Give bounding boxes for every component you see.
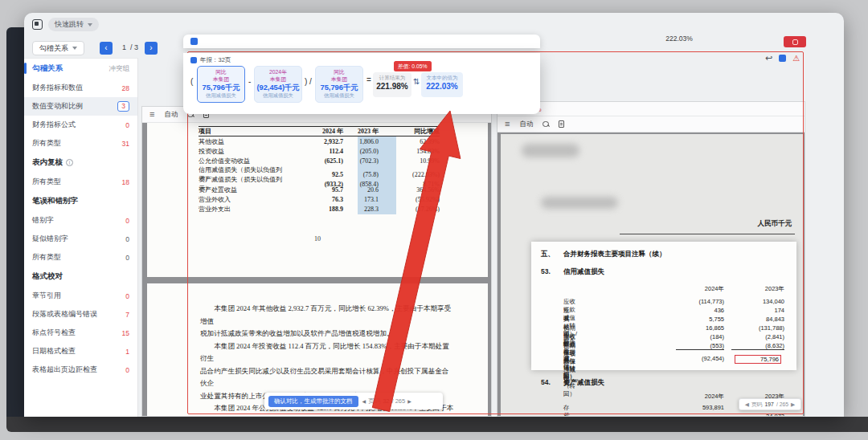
sidebar-section-relations[interactable]: 勾稽关系 冲突组 xyxy=(24,59,137,79)
next-page-icon[interactable]: ▶ xyxy=(407,398,411,404)
formula-term-3[interactable]: 同比 本集团 75,796千元 信用减值损失 xyxy=(315,66,363,103)
count-badge: 3 xyxy=(117,101,129,112)
page-icon[interactable] xyxy=(559,120,564,128)
income-items-table: 项目 2024 年 2023 年 同比增减 其他收益2,932.71,806.0… xyxy=(199,126,440,214)
count-badge: 0 xyxy=(125,292,129,300)
mid-bottom-overlay: 确认对比，生成带批注的文档 ◀ 页码 32 / 265 ▶ xyxy=(264,393,443,409)
relation-filter-dropdown[interactable]: 勾稽关系 xyxy=(32,41,84,55)
quick-jump-tab[interactable]: 快速跳转 xyxy=(48,18,99,31)
table-row: 公允价值变动收益(625.1)(702.3)10.99% xyxy=(199,156,440,165)
count-badge: 0 xyxy=(125,366,129,374)
sidebar-item-punctuation[interactable]: 标点符号检查15 xyxy=(24,324,137,342)
sidebar-item-all-types-3[interactable]: 所有类型0 xyxy=(24,248,137,267)
sidebar-item-typo[interactable]: 错别字0 xyxy=(24,211,137,230)
doc-line: 品合约产生损失同比减少以及衍生品交易采用套期会计核算，中兴创投下属基金合伙企 xyxy=(200,365,454,390)
outline-icon[interactable]: ≡ xyxy=(149,110,154,119)
section-title: 表内复核 xyxy=(32,157,63,168)
report-doc-icon xyxy=(190,57,197,63)
mid-doc-viewer: 项目 2024 年 2023 年 同比增减 其他收益2,932.71,806.0… xyxy=(142,123,491,416)
sidebar-item-table-margin[interactable]: 表格超出页边距检查0 xyxy=(24,361,137,379)
divide-op: / xyxy=(309,77,312,86)
count-badge: 7 xyxy=(125,311,129,319)
conflict-group-label: 冲突组 xyxy=(109,64,130,74)
current-page: 32 xyxy=(383,397,389,405)
verified-value-box[interactable]: 75,796 xyxy=(735,355,781,364)
divider-line xyxy=(620,234,795,234)
source-page-label: 年报：32页 xyxy=(200,56,231,64)
popup-source-row: 年报：32页 xyxy=(190,56,231,64)
next-page-icon[interactable]: ▶ xyxy=(791,401,795,408)
sidebar-item-chapter-ref[interactable]: 章节引用0 xyxy=(24,287,137,305)
sidebar-item-date-format[interactable]: 日期格式检查1 xyxy=(24,342,137,361)
table-row: 资产处置收益95.720.6364.56% xyxy=(199,185,440,194)
matched-region-card: 五、合并财务报表主要项目注释（续） 53.信用减值损失 2024年 2023年 … xyxy=(531,242,796,370)
sidebar-item-fin-indicators[interactable]: 财务指标和数值28 xyxy=(24,79,137,97)
auto-mode-label[interactable]: 自动 xyxy=(519,120,533,129)
sidebar-item-all-types-2[interactable]: 所有类型18 xyxy=(24,173,137,191)
table-row: 其他收益2,932.71,806.062.39% xyxy=(199,136,440,146)
count-badge: 18 xyxy=(122,178,129,186)
prev-page-icon[interactable]: ◀ xyxy=(745,401,749,408)
next-conflict-button[interactable]: › xyxy=(145,42,158,55)
redacted-blur xyxy=(541,197,618,209)
outline-icon[interactable]: ≡ xyxy=(505,120,510,128)
right-pager: ◀ 页码 197 / 265 ▶ xyxy=(739,398,801,410)
equals-op: = xyxy=(366,75,371,84)
count-badge: 15 xyxy=(122,329,129,337)
th-yoy: 同比增减 xyxy=(379,127,440,136)
sidebar-item-fin-formula[interactable]: 财务指标公式0 xyxy=(24,116,137,134)
section-5-heading: 五、合并财务报表主要项目注释（续） xyxy=(541,250,666,259)
table-row: 营业外支出188.9228.3(17.26%) xyxy=(199,204,440,214)
th-2023: 2023 年 xyxy=(343,127,379,136)
text-value-box[interactable]: 文本中的值为 222.03% xyxy=(421,72,463,97)
doc-line: 本集团 2024 年其他收益 2,932.7 百万元，同比增长 62.39%，主… xyxy=(200,303,454,328)
right-doc-viewer: 人民币千元 五、合并财务报表主要项目注释（续） 53.信用减值损失 2024年 … xyxy=(497,132,805,416)
count-badge: 1 xyxy=(125,348,129,356)
formula-term-2[interactable]: 2024年 本集团 (92,454)千元 信用减值损失 xyxy=(254,66,302,103)
sidebar-section-format-check: 格式校对 xyxy=(24,267,137,287)
doc-line: 本集团 2024 年投资收益 112.4 百万元，同比增长 154.83%，主要… xyxy=(200,340,454,365)
formula-popup: 年报：32页 ( 同比 本集团 75,796千元 信用减值损失 - 2024年 … xyxy=(183,53,540,114)
popup-title-bar[interactable] xyxy=(183,35,540,48)
marker-icon[interactable] xyxy=(779,55,786,62)
prev-page-icon[interactable]: ◀ xyxy=(362,398,366,404)
info-icon[interactable]: i xyxy=(66,159,73,166)
count-badge: 0 xyxy=(125,121,129,129)
sidebar-section-table-check: 表内复核 i xyxy=(24,153,137,173)
delete-conflict-button[interactable] xyxy=(784,36,806,47)
quick-jump-label: 快速跳转 xyxy=(55,19,84,30)
conflict-sidebar: 勾稽关系 冲突组 财务指标和数值28 数值变动和比例3 财务指标公式0 所有类型… xyxy=(24,58,138,417)
layout-icon[interactable] xyxy=(32,19,43,30)
sidebar-item-numbering-error[interactable]: 段落或表格编号错误7 xyxy=(24,305,137,324)
currency-unit-label: 人民币千元 xyxy=(758,219,792,229)
warning-icon[interactable]: ⚠ xyxy=(792,55,800,63)
count-badge: 0 xyxy=(125,254,129,262)
target-document-panel: 221.98% ≡ 自动 人民币千元 五、合并财务报表主要项目注释（续） 53.… xyxy=(497,101,805,417)
prev-conflict-button[interactable]: ‹ xyxy=(100,42,113,55)
th-2024: 2024 年 xyxy=(284,127,343,136)
compare-arrows-icon: ⇅ xyxy=(413,77,420,86)
count-badge: 0 xyxy=(125,235,129,243)
diff-badge: 差值: 0.05% xyxy=(394,61,432,71)
section-54-heading: 54.资产减值损失 xyxy=(541,378,604,388)
table-row-credit-impairment: 信用减值损失（损失以负值列示）92.5(75.8)(222.03%) xyxy=(199,165,440,175)
confirm-compare-button[interactable]: 确认对比，生成带批注的文档 xyxy=(268,396,358,407)
sidebar-item-all-types-1[interactable]: 所有类型31 xyxy=(24,134,137,153)
section-title: 勾稽关系 xyxy=(32,63,63,74)
close-paren: ) xyxy=(305,77,307,86)
sidebar-item-value-change-ratio[interactable]: 数值变动和比例3 xyxy=(24,97,137,116)
th-item: 项目 xyxy=(199,127,284,136)
sidebar-item-suspected-typo[interactable]: 疑似错别字0 xyxy=(24,230,137,248)
right-toolbar: ≡ 自动 xyxy=(497,116,805,132)
conflict-page-total: / 3 xyxy=(130,43,138,51)
redacted-blur xyxy=(522,144,579,157)
formula-term-1[interactable]: 同比 本集团 75,796千元 信用减值损失 xyxy=(197,66,245,103)
doc-value-peek: 222.03% xyxy=(643,35,715,43)
doc-line: 税加计抵减政策带来的收益增加以及软件产品增值税退税增加。 xyxy=(200,328,454,340)
search-icon[interactable] xyxy=(542,121,549,128)
auto-mode-label[interactable]: 自动 xyxy=(164,110,178,120)
total-pages: / 265 xyxy=(776,401,788,407)
sidebar-section-typos: 笔误和错别字 xyxy=(24,191,137,211)
undo-icon[interactable]: ↩ xyxy=(765,54,772,63)
open-paren: ( xyxy=(190,77,193,86)
